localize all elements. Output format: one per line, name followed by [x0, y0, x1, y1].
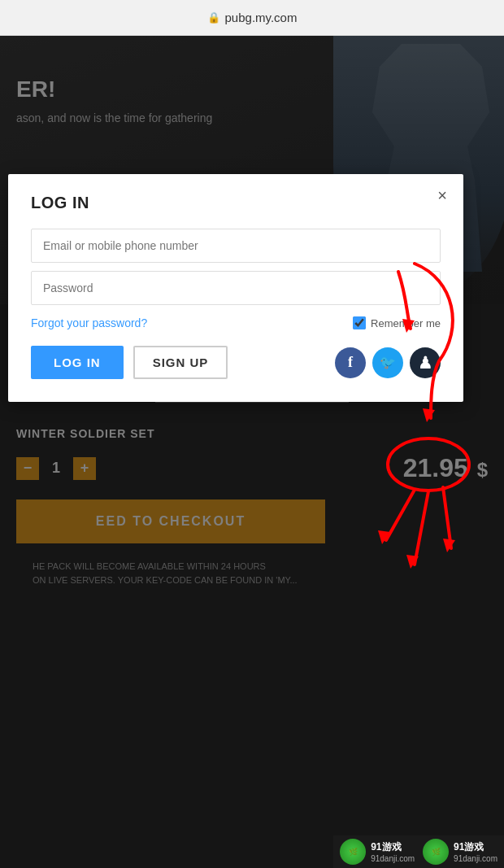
page-background: ER! ason, and now is the time for gather… — [0, 36, 504, 868]
watermark: 🌿 91游戏 91danji.com 🌿 91游戏 91danji.com — [333, 835, 504, 868]
address-bar: 🔒 pubg.my.com — [207, 11, 298, 24]
facebook-login-button[interactable]: f — [335, 347, 366, 378]
modal-buttons: LOG IN SIGN UP f 🐦 ♟ — [31, 346, 441, 379]
url-text: pubg.my.com — [225, 11, 298, 24]
remember-checkbox[interactable] — [353, 316, 366, 329]
steam-login-button[interactable]: ♟ — [410, 347, 441, 378]
remember-label: Remember me — [371, 317, 441, 329]
form-row: Forgot your password? Remember me — [31, 316, 441, 329]
login-button[interactable]: LOG IN — [31, 346, 124, 379]
twitter-login-button[interactable]: 🐦 — [372, 347, 403, 378]
login-modal: × LOG IN Forgot your password? Remember … — [8, 174, 463, 402]
browser-bar: 🔒 pubg.my.com — [0, 0, 504, 36]
watermark-logo-2: 🌿 — [423, 839, 449, 865]
lock-icon: 🔒 — [207, 11, 220, 24]
password-input[interactable] — [31, 271, 441, 305]
watermark-logo: 🌿 — [340, 839, 366, 865]
email-input[interactable] — [31, 229, 441, 263]
modal-overlay: × LOG IN Forgot your password? Remember … — [0, 36, 504, 868]
modal-title: LOG IN — [31, 194, 441, 212]
forgot-password-link[interactable]: Forgot your password? — [31, 316, 147, 329]
steam-icon: ♟ — [418, 353, 432, 373]
social-icons: f 🐦 ♟ — [335, 347, 441, 378]
remember-me-row: Remember me — [353, 316, 441, 329]
watermark-text: 91游戏 91danji.com — [371, 840, 415, 863]
signup-button[interactable]: SIGN UP — [133, 346, 228, 379]
modal-close-button[interactable]: × — [437, 187, 447, 203]
watermark-text-2: 91游戏 91danji.com — [454, 840, 497, 863]
twitter-icon: 🐦 — [380, 355, 396, 370]
facebook-icon: f — [348, 354, 353, 371]
